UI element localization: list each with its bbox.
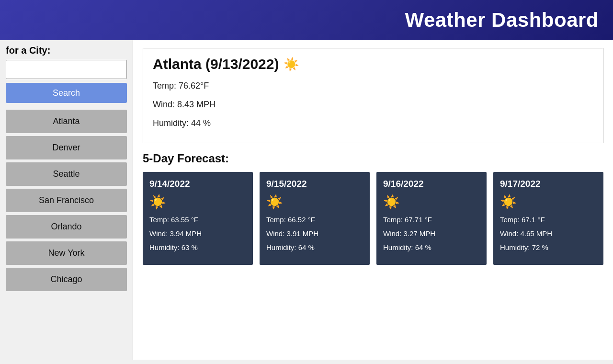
forecast-icon: ☀️ <box>500 194 597 210</box>
city-item[interactable]: Chicago <box>6 268 127 291</box>
forecast-temp: Temp: 63.55 °F <box>149 215 246 225</box>
forecast-wind: Wind: 3.91 MPH <box>266 228 363 239</box>
forecast-date: 9/17/2022 <box>500 179 597 189</box>
city-item[interactable]: Orlando <box>6 215 127 239</box>
forecast-icon: ☀️ <box>383 194 480 210</box>
current-city-date-text: Atlanta (9/13/2022) <box>153 56 279 72</box>
forecast-humidity: Humidity: 63 % <box>149 242 246 252</box>
forecast-date: 9/16/2022 <box>383 179 480 189</box>
main-layout: for a City: Search AtlantaDenverSeattleS… <box>0 40 613 360</box>
forecast-icon: ☀️ <box>266 194 363 210</box>
sidebar: for a City: Search AtlantaDenverSeattleS… <box>0 40 133 360</box>
forecast-humidity: Humidity: 64 % <box>383 242 480 252</box>
current-wind: Wind: 8.43 MPH <box>153 98 593 112</box>
forecast-card: 9/14/2022 ☀️ Temp: 63.55 °F Wind: 3.94 M… <box>143 172 253 265</box>
forecast-wind: Wind: 4.65 MPH <box>500 228 597 239</box>
forecast-temp: Temp: 67.1 °F <box>500 215 597 225</box>
content-area: Atlanta (9/13/2022) ☀️ Temp: 76.62°F Win… <box>133 40 613 360</box>
forecast-humidity: Humidity: 72 % <box>500 242 597 252</box>
forecast-temp: Temp: 66.52 °F <box>266 215 363 225</box>
current-weather-icon: ☀️ <box>284 57 299 72</box>
forecast-icon: ☀️ <box>149 194 246 210</box>
current-city-title: Atlanta (9/13/2022) ☀️ <box>153 56 593 72</box>
city-item[interactable]: San Francisco <box>6 189 127 212</box>
search-button[interactable]: Search <box>6 83 127 103</box>
forecast-wind: Wind: 3.94 MPH <box>149 228 246 239</box>
app-header: Weather Dashboard <box>0 0 613 40</box>
current-temp: Temp: 76.62°F <box>153 79 593 93</box>
city-item[interactable]: Seattle <box>6 162 127 186</box>
city-item[interactable]: Denver <box>6 136 127 159</box>
current-weather-card: Atlanta (9/13/2022) ☀️ Temp: 76.62°F Win… <box>143 48 603 143</box>
app-title: Weather Dashboard <box>405 9 599 31</box>
forecast-date: 9/14/2022 <box>149 179 246 189</box>
search-input[interactable] <box>6 60 127 79</box>
forecast-temp: Temp: 67.71 °F <box>383 215 480 225</box>
forecast-date: 9/15/2022 <box>266 179 363 189</box>
search-label: for a City: <box>6 45 127 56</box>
city-item[interactable]: Atlanta <box>6 110 127 133</box>
forecast-label: 5-Day Forecast: <box>143 152 603 165</box>
forecast-card: 9/17/2022 ☀️ Temp: 67.1 °F Wind: 4.65 MP… <box>493 172 603 265</box>
city-item[interactable]: New York <box>6 241 127 265</box>
forecast-grid: 9/14/2022 ☀️ Temp: 63.55 °F Wind: 3.94 M… <box>143 172 603 265</box>
forecast-card: 9/15/2022 ☀️ Temp: 66.52 °F Wind: 3.91 M… <box>260 172 370 265</box>
current-humidity: Humidity: 44 % <box>153 116 593 130</box>
city-list: AtlantaDenverSeattleSan FranciscoOrlando… <box>6 110 127 291</box>
forecast-wind: Wind: 3.27 MPH <box>383 228 480 239</box>
forecast-humidity: Humidity: 64 % <box>266 242 363 252</box>
forecast-card: 9/16/2022 ☀️ Temp: 67.71 °F Wind: 3.27 M… <box>376 172 487 265</box>
